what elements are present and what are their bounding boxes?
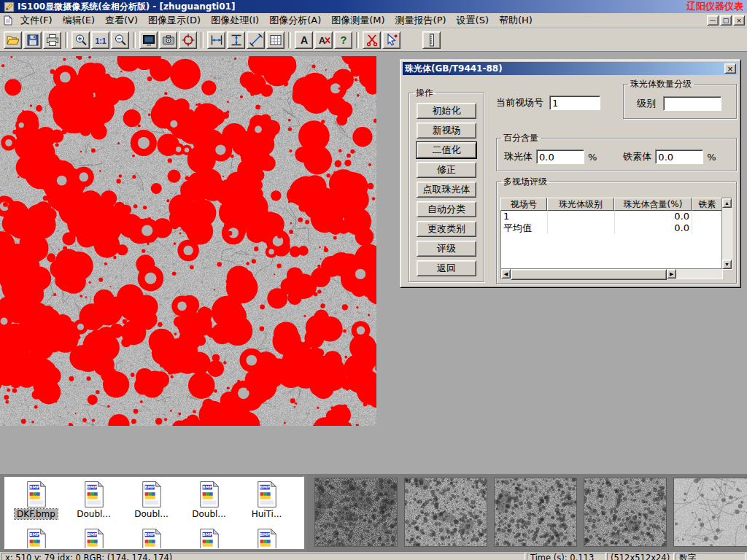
file-item-2[interactable]: BMPDoubl... — [65, 481, 123, 519]
op-button-2[interactable]: 新视场 — [417, 122, 476, 139]
toolbar-separator — [65, 32, 68, 48]
measure-diagonal-icon[interactable] — [247, 31, 265, 49]
menu-item-6[interactable]: 图像分析(A) — [264, 13, 326, 28]
svg-text:BMP: BMP — [29, 485, 39, 489]
actual-size-icon[interactable]: 1:1 — [91, 31, 109, 49]
table-header-1[interactable]: 视场号 — [500, 198, 547, 211]
capture-icon[interactable] — [159, 31, 177, 49]
op-button-3[interactable]: 二值化 — [417, 142, 476, 158]
table-header-4[interactable]: 铁素 — [692, 198, 723, 211]
menu-item-3[interactable]: 查看(V) — [100, 13, 143, 28]
pearlite-label: 珠光体 — [504, 150, 533, 163]
scrollbar-thumb[interactable] — [511, 269, 667, 280]
file-item-row2-5[interactable]: BMP — [238, 528, 295, 549]
measure-horizontal-icon[interactable] — [207, 31, 225, 49]
pearlite-input[interactable] — [536, 149, 584, 164]
file-item-3[interactable]: BMPDoubl... — [123, 481, 180, 519]
svg-text:BMP: BMP — [260, 532, 270, 537]
workspace: 珠光体(GB/T9441-88) × 操作 初始化新视场二值化修正点取珠光体自动… — [0, 52, 747, 474]
table-vertical-scrollbar[interactable]: ▲ ▼ — [721, 198, 732, 270]
file-item-row2-3[interactable]: BMP — [123, 528, 180, 549]
op-button-7[interactable]: 更改类别 — [417, 221, 476, 237]
dialog-title-bar[interactable]: 珠光体(GB/T9441-88) × — [403, 62, 738, 75]
scroll-left-icon[interactable]: ◀ — [501, 269, 511, 279]
grade-input[interactable] — [663, 96, 721, 111]
thumbnail-5[interactable] — [673, 478, 747, 547]
menu-item-1[interactable]: 文件(F) — [15, 13, 58, 28]
menu-item-4[interactable]: 图像显示(D) — [143, 13, 206, 28]
title-bar[interactable]: IS100显微摄像系统(金相分析版) - [zhuguangti01] 辽阳仪器… — [0, 0, 747, 13]
zoom-in-icon[interactable] — [71, 31, 90, 49]
menu-item-2[interactable]: 编辑(E) — [58, 13, 100, 28]
svg-text:BMP: BMP — [87, 485, 97, 489]
bmp-file-icon: BMP — [255, 481, 279, 508]
text-delete-icon[interactable]: A — [314, 31, 333, 49]
file-label: Doubl... — [132, 509, 171, 519]
file-item-4[interactable]: BMPDoubl... — [180, 481, 238, 519]
open-icon[interactable] — [4, 31, 22, 49]
child-document-icon — [2, 15, 14, 26]
op-button-9[interactable]: 返回 — [417, 260, 476, 276]
restore-button[interactable]: □ — [720, 15, 732, 26]
preview-icon[interactable] — [139, 31, 158, 49]
current-field-row: 当前视场号 — [496, 96, 600, 110]
save-icon[interactable] — [23, 31, 42, 49]
svg-text:1:1: 1:1 — [95, 36, 106, 45]
print-icon[interactable] — [43, 31, 61, 49]
op-button-1[interactable]: 初始化 — [417, 103, 476, 119]
file-item-row2-2[interactable]: BMP — [65, 528, 123, 549]
thumbnail-4[interactable] — [584, 478, 667, 547]
brand-text: 辽阳仪器仪表 — [686, 0, 743, 13]
percent-group: 百分含量 珠光体 % 铁素体 % — [496, 132, 737, 171]
op-button-8[interactable]: 评级 — [417, 241, 476, 257]
status-mode: 数字 — [676, 553, 746, 560]
bmp-file-icon: BMP — [25, 528, 48, 549]
metallograph-image[interactable] — [0, 56, 376, 426]
minimize-button[interactable]: — — [707, 15, 719, 26]
op-button-6[interactable]: 自动分类 — [417, 201, 476, 217]
file-item-row2-4[interactable]: BMP — [180, 528, 238, 549]
table-header-3[interactable]: 珠光体含量(%) — [614, 198, 692, 211]
scroll-right-icon[interactable]: ▶ — [667, 269, 676, 279]
menu-item-9[interactable]: 设置(S) — [452, 13, 494, 28]
menu-item-10[interactable]: 帮助(H) — [494, 13, 538, 28]
thumbnail-strip — [307, 474, 747, 552]
thumbnail-1[interactable] — [314, 478, 398, 547]
scroll-up-icon[interactable]: ▲ — [722, 198, 732, 208]
percent-group-label: 百分含量 — [501, 132, 541, 144]
thumbnail-2[interactable] — [404, 478, 487, 547]
op-button-4[interactable]: 修正 — [417, 162, 476, 178]
text-icon[interactable]: A — [295, 31, 313, 49]
help-icon[interactable]: ? — [334, 31, 352, 49]
table-header-2[interactable]: 珠光体级别 — [547, 198, 614, 211]
file-label: DKF.bmp — [15, 509, 58, 519]
ferrite-input[interactable] — [655, 149, 703, 164]
zoom-out-icon[interactable] — [111, 31, 129, 49]
menu-item-7[interactable]: 图像测量(M) — [326, 13, 390, 28]
current-field-label: 当前视场号 — [496, 96, 543, 109]
pointer-icon[interactable] — [382, 31, 400, 49]
table-row-1[interactable]: 10.0 — [501, 211, 723, 222]
dialog-close-button[interactable]: × — [724, 63, 736, 74]
operation-group-label: 操作 — [414, 87, 436, 99]
thumbnail-3[interactable] — [494, 478, 577, 547]
application-window: IS100显微摄像系统(金相分析版) - [zhuguangti01] 辽阳仪器… — [0, 0, 747, 560]
measure-vertical-icon[interactable] — [227, 31, 245, 49]
grid-icon[interactable] — [266, 31, 285, 49]
operation-group: 操作 初始化新视场二值化修正点取珠光体自动分类更改类别评级返回 — [409, 87, 484, 282]
file-item-1[interactable]: BMPDKF.bmp — [7, 481, 65, 519]
cut-icon[interactable] — [363, 31, 381, 49]
close-button[interactable]: × — [733, 15, 745, 26]
menu-item-8[interactable]: 测量报告(P) — [390, 13, 452, 28]
menu-item-5[interactable]: 图像处理(I) — [206, 13, 264, 28]
caliper-icon[interactable] — [422, 31, 441, 49]
op-button-5[interactable]: 点取珠光体 — [417, 182, 476, 198]
file-item-5[interactable]: BMPHuiTi... — [238, 481, 295, 519]
file-item-row2-1[interactable]: BMP — [7, 528, 65, 549]
table-horizontal-scrollbar[interactable]: ◀ ▶ — [500, 268, 723, 279]
scroll-down-icon[interactable]: ▼ — [722, 260, 732, 269]
dialog-title: 珠光体(GB/T9441-88) — [405, 63, 503, 75]
current-field-input[interactable] — [549, 96, 600, 110]
table-row-2[interactable]: 平均值0.0 — [501, 222, 723, 234]
target-icon[interactable] — [179, 31, 197, 49]
